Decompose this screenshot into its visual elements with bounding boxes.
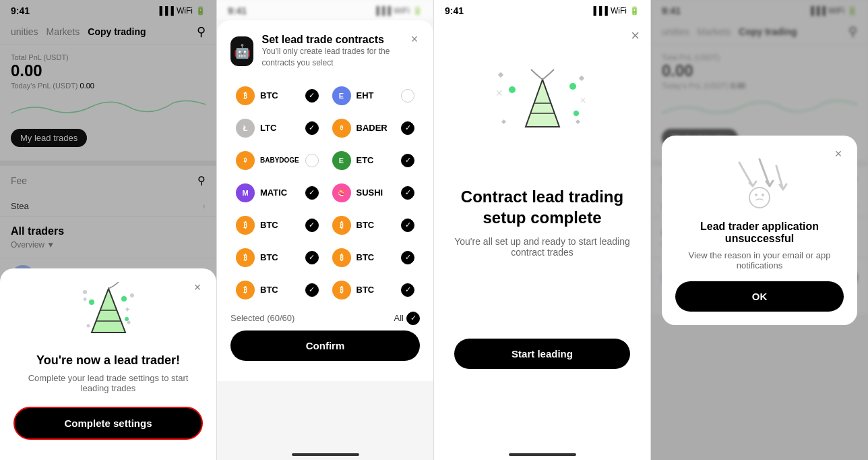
contract-item-ltc[interactable]: Ł LTC: [230, 112, 324, 144]
svg-text:✕: ✕: [495, 88, 503, 98]
confirm-button[interactable]: Confirm: [230, 330, 420, 361]
all-label: All: [394, 313, 404, 323]
etc-check[interactable]: [401, 154, 414, 167]
eht-check[interactable]: [401, 89, 414, 103]
contract-item-btc-5[interactable]: ₿ BTC: [327, 241, 421, 274]
sushi-check[interactable]: [401, 186, 414, 200]
battery-icon-3: 🔋: [629, 6, 640, 16]
etc-icon: E: [332, 151, 351, 170]
btc-check-1[interactable]: [305, 89, 319, 103]
svg-point-3: [86, 324, 90, 328]
modal-title-2: Set lead trade contracts: [261, 34, 420, 46]
svg-rect-13: [578, 76, 584, 81]
home-indicator-3: [509, 453, 576, 456]
overlay-1: × ✦ ✦: [0, 0, 216, 460]
modal-fail-title: Lead trader application unsuccessful: [675, 221, 844, 245]
signal-icon-2: ▐▐▐: [373, 6, 391, 16]
btc-name-7: BTC: [356, 285, 375, 295]
all-check-circle[interactable]: [406, 312, 420, 325]
btc-icon-1: ₿: [236, 86, 255, 105]
contract-row-5: ₿ BTC ₿ BTC: [230, 209, 420, 241]
start-leading-button[interactable]: Start leading: [454, 339, 630, 369]
matic-check[interactable]: [305, 186, 319, 200]
modal-close-2[interactable]: ×: [406, 31, 423, 47]
svg-point-20: [569, 83, 576, 90]
ltc-check[interactable]: [305, 121, 319, 135]
status-time-3: 9:41: [445, 5, 464, 16]
btc-check-3[interactable]: [401, 219, 414, 232]
btc-check-2[interactable]: [305, 219, 319, 232]
babydoge-check[interactable]: [305, 154, 319, 167]
sushi-icon: 🍣: [332, 183, 351, 202]
btc-icon-3: ₿: [332, 216, 351, 235]
svg-text:✦: ✦: [124, 305, 131, 314]
modal-sheet-container: × 🤖 Set lead trade contracts You'll only…: [217, 20, 433, 460]
svg-point-26: [762, 194, 764, 196]
modal-lead-trader: × ✦ ✦: [0, 268, 216, 460]
btc-check-7[interactable]: [401, 283, 414, 297]
btc-check-4[interactable]: [305, 251, 319, 264]
babydoge-name: BABYDOGE: [260, 156, 299, 164]
contract-row-1: ₿ BTC E EHT: [230, 80, 420, 112]
svg-point-9: [89, 299, 94, 305]
all-check[interactable]: All: [394, 312, 420, 325]
contract-item-btc-3[interactable]: ₿ BTC: [327, 209, 421, 241]
bader-name: BADER: [356, 123, 388, 133]
contract-item-btc-1[interactable]: ₿ BTC: [230, 80, 324, 112]
btc-check-5[interactable]: [401, 251, 414, 264]
matic-icon: M: [236, 183, 255, 202]
contract-item-babydoge[interactable]: ₿ BABYDOGE: [230, 144, 324, 177]
eht-name: EHT: [356, 90, 374, 100]
contract-item-eht[interactable]: E EHT: [327, 80, 421, 112]
panel2-bg: 9:41 ▐▐▐ WiFi 🔋: [217, 0, 433, 19]
btc-name-5: BTC: [356, 252, 375, 262]
svg-point-0: [83, 290, 87, 294]
phone-panel-2: 9:41 ▐▐▐ WiFi 🔋 × 🤖 Set lead trade contr…: [217, 0, 434, 460]
success-confetti-icon: ✕ ✕: [492, 66, 593, 154]
btc-icon-6: ₿: [236, 281, 255, 299]
status-icons-2: ▐▐▐ WiFi 🔋: [373, 6, 423, 16]
btc-check-6[interactable]: [305, 283, 319, 297]
svg-rect-12: [497, 72, 503, 78]
btc-name-2: BTC: [260, 220, 278, 230]
modal-subtitle-2: You'll only create lead trades for the c…: [261, 46, 420, 69]
phone-panel-4: 9:41 ▐▐▐ WiFi 🔋 unities Markets Copy tra…: [651, 0, 868, 460]
success-title: Contract lead trading setup complete: [454, 186, 630, 228]
battery-icon-2: 🔋: [412, 6, 423, 16]
contract-item-matic[interactable]: M MATIC: [230, 177, 324, 209]
party-hat-icon: ✦ ✦: [78, 282, 139, 343]
contract-item-btc-4[interactable]: ₿ BTC: [230, 241, 324, 274]
svg-point-2: [127, 321, 130, 324]
bader-check[interactable]: [401, 121, 414, 135]
svg-rect-15: [501, 119, 505, 124]
btc-icon-5: ₿: [332, 248, 351, 267]
success-subtitle: You're all set up and ready to start lea…: [454, 236, 630, 258]
status-icons-3: ▐▐▐ WiFi 🔋: [590, 6, 640, 16]
contract-item-etc[interactable]: E ETC: [327, 144, 421, 177]
contract-item-btc-2[interactable]: ₿ BTC: [230, 209, 324, 241]
contract-list: ₿ BTC E EHT Ł LTC: [230, 80, 420, 306]
fail-arrows-icon: [722, 149, 797, 210]
contract-row-4: M MATIC 🍣 SUSHI: [230, 177, 420, 209]
btc-icon-2: ₿: [236, 216, 255, 235]
signal-icon-3: ▐▐▐: [590, 6, 608, 16]
modal-close-1[interactable]: ×: [189, 279, 206, 295]
modal-title-1: You're now a lead trader!: [13, 353, 203, 368]
svg-rect-14: [575, 119, 580, 124]
modal-close-4[interactable]: ×: [830, 146, 846, 163]
contract-item-btc-6[interactable]: ₿ BTC: [230, 274, 324, 306]
btc-name-6: BTC: [260, 285, 278, 295]
contract-item-btc-7[interactable]: ₿ BTC: [327, 274, 421, 306]
btc-icon-4: ₿: [236, 248, 255, 267]
contract-row-7: ₿ BTC ₿ BTC: [230, 274, 420, 306]
ltc-icon: Ł: [236, 119, 255, 138]
ok-button[interactable]: OK: [675, 281, 844, 312]
etc-name: ETC: [356, 155, 374, 165]
svg-point-10: [121, 296, 127, 301]
eht-icon: E: [332, 86, 351, 105]
contract-item-sushi[interactable]: 🍣 SUSHI: [327, 177, 421, 209]
contract-item-bader[interactable]: ₿ BADER: [327, 112, 421, 144]
close-button-3[interactable]: ×: [631, 27, 640, 45]
svg-point-11: [125, 317, 129, 321]
complete-settings-button[interactable]: Complete settings: [13, 407, 203, 440]
